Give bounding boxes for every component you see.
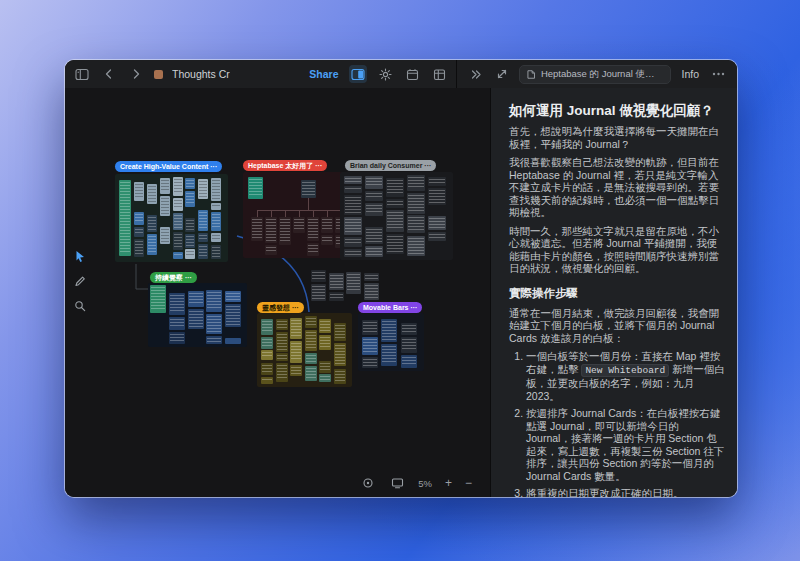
mini-card xyxy=(381,344,397,366)
whiteboard-pill[interactable]: 持續覺察 ··· xyxy=(150,272,197,283)
whiteboard-preview[interactable] xyxy=(243,172,355,258)
expand-icon[interactable] xyxy=(493,65,511,83)
mini-card xyxy=(150,285,166,313)
mini-card xyxy=(307,243,319,256)
mini-card xyxy=(365,227,383,244)
article: 如何運用 Journal 做視覺化回顧？首先，想說明為什麼我選擇將每一天攤開在白… xyxy=(491,88,737,497)
step-item: 按週排序 Journal Cards：在白板裡按右鍵點選 Journal，即可以… xyxy=(526,407,725,482)
mini-card xyxy=(169,332,185,344)
whiteboard-pill[interactable]: 靈感發想 ··· xyxy=(257,302,304,313)
mini-card xyxy=(134,227,144,237)
mini-card xyxy=(211,203,221,210)
share-button[interactable]: Share xyxy=(307,68,340,80)
toolbar-canvas-section: Thoughts Cr Share xyxy=(65,65,456,83)
mini-card xyxy=(334,343,346,366)
mini-card xyxy=(290,341,302,363)
mini-card xyxy=(276,319,288,330)
mini-card xyxy=(134,212,144,225)
mini-card xyxy=(381,319,397,342)
tool-rail xyxy=(71,248,89,314)
whiteboard-preview[interactable] xyxy=(307,266,385,304)
mini-card xyxy=(365,203,383,216)
paragraph: 通常在一個月結束，做完該月回顧後，我會開始建立下個月的白板，並將下個月的 Jou… xyxy=(509,307,725,345)
mini-card xyxy=(301,180,316,198)
mini-card xyxy=(211,245,221,259)
whiteboard-preview[interactable] xyxy=(257,313,352,387)
mini-card xyxy=(248,177,263,199)
zoom-in-button[interactable]: + xyxy=(445,478,452,488)
zoom-out-button[interactable]: − xyxy=(465,478,472,488)
whiteboard-pill[interactable]: Heptabase 太好用了 ··· xyxy=(243,160,327,171)
mini-card xyxy=(407,215,425,233)
more-options-icon[interactable] xyxy=(709,65,727,83)
mini-card xyxy=(169,293,185,315)
collapse-panel-icon[interactable] xyxy=(467,65,485,83)
mini-card xyxy=(362,337,378,355)
connector-line xyxy=(271,210,272,217)
steps-list: 一個白板等於一個月份：直接在 Map 裡按右鍵，點擊 New Whiteboar… xyxy=(509,350,725,497)
back-button[interactable] xyxy=(100,65,118,83)
mini-card xyxy=(198,244,208,259)
mini-card xyxy=(319,319,331,333)
mini-card xyxy=(319,361,331,373)
mini-card xyxy=(362,320,378,335)
mini-card xyxy=(188,309,204,329)
mini-card xyxy=(344,217,362,235)
whiteboard-preview[interactable] xyxy=(115,174,228,262)
zoom-level[interactable]: 5% xyxy=(418,478,432,489)
select-tool-icon[interactable] xyxy=(72,248,88,264)
whiteboard-preview[interactable] xyxy=(340,172,453,260)
paragraph: 首先，想說明為什麼我選擇將每一天攤開在白板裡，平鋪我的 Journal？ xyxy=(509,125,725,150)
mini-card xyxy=(321,217,333,233)
app-window: Thoughts Cr Share xyxy=(65,60,737,497)
search-tool-icon[interactable] xyxy=(72,298,88,314)
mini-card xyxy=(344,237,362,247)
sidebar-toggle-icon[interactable] xyxy=(73,65,91,83)
mini-card xyxy=(334,323,346,341)
toolbar-panel-section: Heptabase 的 Journal 使用方... Info xyxy=(456,60,737,88)
connector-line xyxy=(257,210,258,217)
table-view-icon[interactable] xyxy=(430,65,448,83)
toolbar: Thoughts Cr Share xyxy=(65,60,737,88)
split-view-icon[interactable] xyxy=(349,65,367,83)
settings-gear-icon[interactable] xyxy=(376,65,394,83)
paragraph: 我很喜歡觀察自己想法改變的軌跡，但目前在 Heptabase 的 Journal… xyxy=(509,156,725,219)
mini-card xyxy=(346,272,361,294)
whiteboard-pill[interactable]: Brian daily Consumer ··· xyxy=(345,160,436,171)
mini-card xyxy=(401,355,417,368)
card-tab[interactable]: Heptabase 的 Journal 使用方... xyxy=(519,65,671,84)
whiteboard-pill[interactable]: Create High-Value Content ··· xyxy=(115,161,222,172)
card-panel[interactable]: 如何運用 Journal 做視覺化回顧？首先，想說明為什麼我選擇將每一天攤開在白… xyxy=(490,88,737,497)
mini-card xyxy=(261,337,273,349)
mini-card xyxy=(428,216,446,230)
info-button[interactable]: Info xyxy=(679,68,701,80)
mini-card xyxy=(261,350,273,360)
desktop-wallpaper: Thoughts Cr Share xyxy=(0,0,800,561)
mini-card xyxy=(251,217,263,241)
mini-card xyxy=(185,178,195,189)
section-heading: 如何運用 Journal 做視覺化回顧？ xyxy=(509,102,725,119)
mini-card xyxy=(160,227,170,244)
presentation-icon[interactable] xyxy=(389,475,405,491)
document-icon xyxy=(527,69,535,80)
mini-card xyxy=(428,177,446,186)
mini-card xyxy=(365,191,383,201)
boards-layer: Create High-Value Content ···Heptabase 太… xyxy=(65,88,490,497)
locate-icon[interactable] xyxy=(360,475,376,491)
pen-tool-icon[interactable] xyxy=(72,273,88,289)
map-canvas[interactable]: Create High-Value Content ···Heptabase 太… xyxy=(65,88,490,497)
whiteboard-doc-icon xyxy=(154,70,163,79)
mini-card xyxy=(290,318,302,339)
mini-card xyxy=(305,330,317,351)
forward-button[interactable] xyxy=(127,65,145,83)
connector-line xyxy=(308,198,309,210)
mini-card xyxy=(147,215,157,232)
whiteboard-pill[interactable]: Movable Bars ··· xyxy=(358,302,422,313)
mini-card xyxy=(344,195,362,215)
connector-line xyxy=(299,210,300,217)
whiteboard-preview[interactable] xyxy=(148,283,247,347)
calendar-icon[interactable] xyxy=(403,65,421,83)
mini-card xyxy=(206,336,222,344)
whiteboard-preview[interactable] xyxy=(358,313,424,371)
mini-card xyxy=(307,217,319,241)
